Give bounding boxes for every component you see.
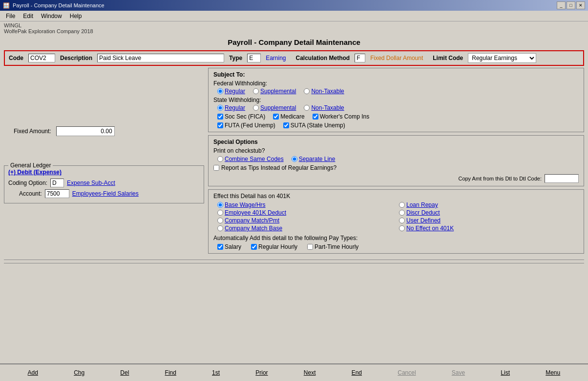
special-options-box: Special Options Print on checkstub? Comb…	[208, 135, 584, 186]
company-name: WolfePak Exploration Company 2018	[4, 28, 93, 34]
loan-repay-item[interactable]: Loan Repay	[399, 201, 579, 208]
federal-nontaxable[interactable]: Non-Taxable	[304, 88, 344, 95]
combine-codes-item[interactable]: Combine Same Codes	[217, 156, 284, 162]
federal-nontaxable-radio[interactable]	[304, 88, 310, 94]
state-supplemental[interactable]: Supplemental	[253, 104, 296, 111]
prior-button[interactable]: Prior	[252, 368, 271, 377]
copy-dtl-input[interactable]	[545, 174, 579, 183]
discr-deduct-item[interactable]: Discr Deduct	[399, 209, 579, 216]
separate-line-item[interactable]: Separate Line	[292, 156, 336, 162]
medicare-checkbox[interactable]	[273, 114, 279, 120]
federal-supplemental[interactable]: Supplemental	[253, 88, 296, 95]
maximize-button[interactable]: □	[567, 1, 575, 9]
coding-option-input[interactable]	[50, 179, 64, 187]
federal-radio-row: Regular Supplemental Non-Taxable	[217, 88, 579, 95]
add-button[interactable]: Add	[25, 368, 41, 377]
salary-label: Salary	[225, 243, 241, 250]
parttime-hourly-checkbox[interactable]	[307, 244, 313, 250]
federal-label: Federal Withholding:	[213, 80, 579, 87]
emp-401k-radio[interactable]	[217, 210, 223, 216]
first-button[interactable]: 1st	[209, 368, 223, 377]
soc-sec-checkbox[interactable]	[217, 114, 223, 120]
federal-supplemental-radio[interactable]	[253, 88, 259, 94]
base-wage-radio[interactable]	[217, 202, 223, 208]
suta-item[interactable]: SUTA (State Unemp)	[283, 122, 345, 129]
no-effect-radio[interactable]	[399, 225, 405, 231]
federal-regular-radio[interactable]	[217, 88, 223, 94]
del-button[interactable]: Del	[117, 368, 132, 377]
code-label: Code	[9, 55, 23, 61]
state-regular-label: Regular	[225, 104, 245, 111]
desc-input[interactable]	[97, 54, 224, 62]
find-button[interactable]: Find	[162, 368, 179, 377]
effect-401k-options: Base Wage/Hrs Loan Repay Employee 401K D…	[217, 201, 579, 232]
regular-hourly-item[interactable]: Regular Hourly	[251, 243, 297, 250]
account-name-link[interactable]: Employees-Field Salaries	[72, 190, 139, 197]
separate-line-radio[interactable]	[292, 156, 297, 162]
type-input[interactable]	[247, 54, 261, 62]
suta-checkbox[interactable]	[283, 122, 289, 128]
calc-name: Fixed Dollar Amount	[370, 55, 423, 61]
user-defined-label: User Defined	[406, 217, 441, 224]
combine-codes-radio[interactable]	[217, 156, 223, 162]
medicare-item[interactable]: Medicare	[273, 113, 304, 120]
fixed-amount-input[interactable]	[56, 126, 115, 136]
emp-401k-item[interactable]: Employee 401K Deduct	[217, 209, 397, 216]
minimize-button[interactable]: _	[557, 1, 566, 9]
state-regular[interactable]: Regular	[217, 104, 245, 111]
co-match-pmt-radio[interactable]	[217, 218, 223, 223]
bottom-bar: Add Chg Del Find 1st Prior Next End Canc…	[0, 363, 588, 381]
futa-item[interactable]: FUTA (Fed Unemp)	[217, 122, 275, 129]
futa-checkbox[interactable]	[217, 122, 223, 128]
loan-repay-radio[interactable]	[399, 202, 405, 208]
end-button[interactable]: End	[349, 368, 365, 377]
workers-comp-checkbox[interactable]	[313, 114, 318, 120]
checkbox-row-1: Soc Sec (FICA) Medicare Worker's Comp In…	[217, 113, 579, 120]
section-divider	[4, 260, 584, 263]
limit-code-select[interactable]: Regular Earnings	[468, 53, 536, 63]
co-match-base-radio[interactable]	[217, 225, 223, 231]
co-match-pmt-item[interactable]: Company Match/Pmt	[217, 217, 397, 224]
user-defined-radio[interactable]	[399, 218, 405, 223]
user-defined-item[interactable]: User Defined	[399, 217, 579, 224]
title-bar-title: Payroll - Company Detail Maintenance	[13, 2, 105, 8]
parttime-hourly-item[interactable]: Part-Time Hourly	[307, 243, 358, 250]
menu-help[interactable]: Help	[66, 12, 86, 20]
calc-input[interactable]	[355, 54, 365, 62]
discr-deduct-radio[interactable]	[399, 210, 405, 216]
chg-button[interactable]: Chg	[71, 368, 87, 377]
menu-file[interactable]: File	[2, 12, 19, 20]
regular-hourly-checkbox[interactable]	[251, 244, 257, 250]
soc-sec-item[interactable]: Soc Sec (FICA)	[217, 113, 265, 120]
code-input[interactable]	[28, 54, 55, 62]
separate-line-label: Separate Line	[299, 156, 336, 162]
title-bar-controls[interactable]: _ □ ✕	[557, 1, 585, 9]
save-button: Save	[449, 368, 468, 377]
state-nontaxable[interactable]: Non-Taxable	[304, 104, 344, 111]
state-supplemental-radio[interactable]	[253, 105, 259, 111]
base-wage-item[interactable]: Base Wage/Hrs	[217, 201, 397, 208]
coding-option-row: Coding Option: Expense Sub-Acct	[8, 179, 200, 187]
state-regular-radio[interactable]	[217, 105, 223, 111]
list-button[interactable]: List	[498, 368, 513, 377]
federal-regular[interactable]: Regular	[217, 88, 245, 95]
state-nontaxable-radio[interactable]	[304, 105, 310, 111]
menu-window[interactable]: Window	[37, 12, 66, 20]
report-tips-checkbox[interactable]	[213, 165, 219, 171]
next-button[interactable]: Next	[301, 368, 319, 377]
menu-button[interactable]: Menu	[543, 368, 563, 377]
close-button[interactable]: ✕	[576, 1, 585, 9]
soc-sec-label: Soc Sec (FICA)	[225, 113, 265, 120]
calc-label: Calculation Method	[296, 55, 350, 61]
co-match-base-item[interactable]: Company Match Base	[217, 225, 397, 232]
right-panel: Subject To: Federal Withholding: Regular…	[208, 68, 584, 257]
salary-checkbox[interactable]	[217, 244, 223, 250]
title-bar-left: 🪟 Payroll - Company Detail Maintenance	[3, 2, 105, 9]
expense-sub-acct-link[interactable]: Expense Sub-Acct	[67, 180, 115, 186]
no-effect-item[interactable]: No Effect on 401K	[399, 225, 579, 232]
menu-edit[interactable]: Edit	[19, 12, 37, 20]
type-name: Earning	[266, 55, 286, 61]
workers-comp-item[interactable]: Worker's Comp Ins	[313, 113, 369, 120]
account-input[interactable]	[45, 189, 69, 198]
salary-item[interactable]: Salary	[217, 243, 241, 250]
